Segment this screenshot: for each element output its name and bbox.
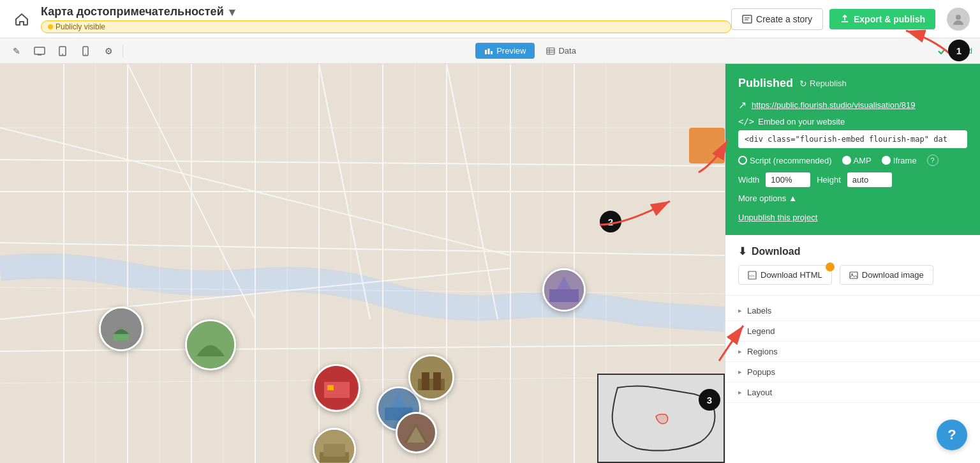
download-html-label: Download HTML bbox=[761, 270, 822, 280]
monitor-icon bbox=[34, 47, 45, 56]
badge-label: Publicly visible bbox=[56, 22, 105, 31]
svg-rect-59 bbox=[323, 444, 345, 457]
create-story-button[interactable]: Create a story bbox=[731, 8, 823, 30]
embed-label-row: </> Embed on your website bbox=[738, 116, 967, 126]
story-icon bbox=[742, 14, 752, 24]
svg-point-68 bbox=[851, 273, 852, 275]
title-chevron-icon[interactable]: ▾ bbox=[229, 5, 235, 19]
chart-icon bbox=[484, 47, 493, 55]
amp-radio-circle bbox=[842, 156, 851, 165]
phone-tool[interactable] bbox=[77, 42, 94, 60]
sidebar-item-popups[interactable]: ▸ Popups bbox=[725, 362, 980, 383]
settings-tool[interactable]: ⚙ bbox=[100, 42, 117, 60]
svg-point-53 bbox=[410, 356, 452, 398]
unpublish-link[interactable]: Unpublish this project bbox=[738, 212, 967, 222]
regions-item-label: Regions bbox=[747, 347, 778, 356]
right-panel-scroll[interactable]: Published ↻ Republish ↗ https://public.f… bbox=[725, 64, 980, 463]
html-icon: </> bbox=[748, 271, 757, 280]
svg-point-9 bbox=[85, 54, 86, 55]
help-icon[interactable]: ? bbox=[927, 155, 939, 166]
svg-rect-56 bbox=[433, 372, 441, 390]
check-icon bbox=[937, 47, 946, 56]
annotation-step-1: 1 bbox=[948, 40, 970, 61]
svg-rect-12 bbox=[491, 51, 493, 54]
header-actions: Create a story Export & publish bbox=[731, 8, 970, 31]
more-options-toggle[interactable]: More options ▲ bbox=[738, 194, 967, 203]
svg-rect-10 bbox=[485, 50, 487, 54]
embed-label-text: Embed on your website bbox=[758, 117, 845, 126]
download-icon: ⬇ bbox=[738, 245, 746, 257]
download-buttons-row: </> Download HTML Download image bbox=[738, 265, 967, 285]
avatar-icon bbox=[951, 12, 965, 26]
map-area[interactable]: 2 bbox=[0, 64, 725, 463]
layout-chevron-icon: ▸ bbox=[738, 388, 742, 397]
svg-rect-46 bbox=[114, 334, 129, 340]
labels-chevron-icon: ▸ bbox=[738, 307, 742, 315]
export-label: Export & publish bbox=[854, 14, 925, 24]
marker-5[interactable] bbox=[408, 354, 454, 400]
preview-tab-label: Preview bbox=[496, 46, 526, 56]
download-html-button[interactable]: </> Download HTML bbox=[738, 265, 832, 285]
monitor-tool[interactable] bbox=[31, 42, 48, 60]
pencil-tool[interactable]: ✎ bbox=[8, 42, 26, 60]
help-button[interactable]: ? bbox=[937, 420, 967, 450]
link-out-icon: ↗ bbox=[738, 99, 746, 111]
dimensions-row: Width Height bbox=[738, 172, 967, 187]
badge-dot bbox=[48, 24, 53, 29]
marker-3[interactable] bbox=[313, 364, 360, 412]
download-image-button[interactable]: Download image bbox=[840, 265, 933, 285]
home-button[interactable] bbox=[10, 8, 33, 31]
sync-icon: ↻ bbox=[799, 79, 807, 89]
sidebar-item-labels[interactable]: ▸ Labels bbox=[725, 301, 980, 321]
regions-chevron-icon: ▸ bbox=[738, 347, 742, 356]
download-header: ⬇ Download bbox=[738, 245, 967, 257]
mini-map-svg bbox=[598, 375, 724, 462]
iframe-radio-circle bbox=[882, 156, 891, 165]
marker-2[interactable] bbox=[185, 319, 236, 370]
height-input[interactable] bbox=[847, 172, 892, 187]
title-area: Карта достопримечательностей ▾ Publicly … bbox=[41, 5, 731, 33]
home-icon bbox=[14, 11, 29, 27]
sidebar-items-list: ▸ Labels ▸ Legend ▸ Regions ▸ Popups ▸ bbox=[725, 296, 980, 408]
upload-icon bbox=[840, 14, 850, 24]
republish-button[interactable]: ↻ Republish bbox=[799, 79, 847, 89]
main-content: 2 bbox=[0, 64, 980, 463]
svg-rect-67 bbox=[850, 272, 858, 278]
popups-item-label: Popups bbox=[747, 367, 775, 377]
chevron-up-icon: ▲ bbox=[789, 194, 797, 203]
amp-radio[interactable]: AMP bbox=[842, 156, 872, 165]
toolbar-tabs: Preview Data bbox=[128, 43, 932, 59]
sidebar-item-layout[interactable]: ▸ Layout bbox=[725, 383, 980, 403]
visibility-badge: Publicly visible bbox=[41, 20, 731, 33]
marker-8[interactable] bbox=[542, 268, 586, 312]
iframe-radio[interactable]: Iframe bbox=[882, 156, 917, 165]
pro-badge bbox=[826, 262, 835, 271]
published-url[interactable]: https://public.flourish.studio/visualisa… bbox=[752, 100, 916, 110]
mini-map bbox=[597, 374, 725, 463]
svg-rect-50 bbox=[327, 385, 334, 390]
script-radio[interactable]: Script (recommended) bbox=[738, 156, 832, 165]
embed-code-input[interactable] bbox=[738, 130, 967, 148]
published-header: Published ↻ Republish bbox=[738, 77, 967, 90]
sidebar-item-regions[interactable]: ▸ Regions bbox=[725, 342, 980, 362]
sidebar-item-legend[interactable]: ▸ Legend bbox=[725, 321, 980, 342]
published-title: Published bbox=[738, 77, 793, 90]
width-input[interactable] bbox=[766, 172, 810, 187]
right-panel: Published ↻ Republish ↗ https://public.f… bbox=[725, 64, 980, 463]
preview-tab[interactable]: Preview bbox=[475, 43, 535, 59]
avatar[interactable] bbox=[947, 8, 970, 31]
height-label: Height bbox=[817, 175, 841, 185]
svg-rect-11 bbox=[488, 49, 490, 54]
svg-point-7 bbox=[62, 54, 63, 55]
script-radio-label: Script (recommended) bbox=[750, 156, 832, 165]
marker-1[interactable] bbox=[99, 307, 144, 351]
svg-point-45 bbox=[101, 308, 142, 349]
data-tab[interactable]: Data bbox=[537, 43, 584, 59]
svg-text:</>: </> bbox=[749, 274, 755, 278]
help-icon-label: ? bbox=[947, 427, 956, 443]
export-publish-button[interactable]: Export & publish bbox=[829, 9, 935, 29]
svg-rect-4 bbox=[34, 47, 45, 54]
marker-7[interactable] bbox=[396, 412, 437, 453]
more-options-label: More options bbox=[738, 194, 786, 203]
tablet-tool[interactable] bbox=[54, 42, 71, 60]
